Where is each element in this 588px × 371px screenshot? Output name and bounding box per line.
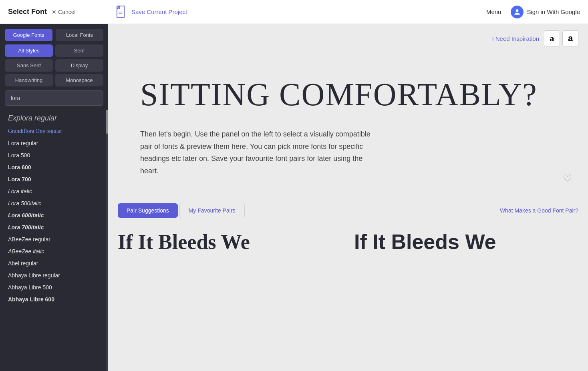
font-pair-preview: If It Bleeds We If It Bleeds We — [118, 230, 578, 254]
hero-section: SITTING COMFORTABLY? Then let's begin. U… — [108, 53, 588, 193]
style-btn-handwriting[interactable]: Handwriting — [5, 74, 53, 86]
hero-body: Then let's begin. Use the panel on the l… — [140, 128, 373, 177]
tab-my-favourite-pairs[interactable]: My Favourite Pairs — [179, 203, 245, 218]
list-item[interactable]: Abhaya Libre regular — [0, 269, 108, 281]
list-item[interactable]: Lora 600 — [0, 161, 108, 173]
inspiration-link[interactable]: I Need Inspiration — [492, 35, 539, 42]
tab-pair-suggestions[interactable]: Pair Suggestions — [118, 203, 178, 218]
list-item[interactable]: Lora regular — [0, 137, 108, 149]
bottom-section: Pair Suggestions My Favourite Pairs What… — [108, 193, 588, 264]
sign-in-button[interactable]: Sign in With Google — [511, 6, 580, 18]
source-tabs: Google Fonts Local Fonts — [0, 24, 108, 44]
cancel-x-icon: ✕ — [52, 9, 56, 15]
what-makes-link[interactable]: What Makes a Good Font Pair? — [500, 207, 578, 214]
pair-column-2: If It Bleeds We — [354, 230, 578, 254]
pair-heading-2: If It Bleeds We — [354, 230, 578, 254]
header-right: Menu Sign in With Google — [486, 6, 580, 18]
list-item[interactable]: ABeeZee italic — [0, 245, 108, 257]
list-item[interactable]: Lora 700 — [0, 173, 108, 185]
style-btn-sans-serif[interactable]: Sans Serif — [5, 59, 53, 72]
font-list: Explora regular Grandiflora One regular … — [0, 110, 108, 307]
list-item[interactable]: Lora 600italic — [0, 209, 108, 221]
user-icon — [513, 8, 521, 16]
save-project-button[interactable]: Save Current Project — [116, 6, 187, 18]
font-list-container: Explora regular Grandiflora One regular … — [0, 110, 108, 371]
list-item[interactable]: Lora 700italic — [0, 221, 108, 233]
search-box — [5, 90, 103, 106]
font-preview-aa: a a — [544, 30, 578, 46]
tab-local-fonts[interactable]: Local Fonts — [56, 29, 103, 41]
sidebar: Google Fonts Local Fonts All Styles Seri… — [0, 24, 108, 371]
heart-icon[interactable]: ♡ — [563, 172, 572, 185]
list-item[interactable]: Abel regular — [0, 257, 108, 269]
pair-column-1: If It Bleeds We — [118, 230, 342, 254]
style-btn-monospace[interactable]: Monospace — [55, 74, 103, 86]
list-item[interactable]: Grandiflora One regular — [0, 125, 108, 137]
pair-heading-1: If It Bleeds We — [118, 230, 342, 254]
avatar — [511, 6, 524, 18]
header-left: Select Font ✕ Cancel — [8, 8, 116, 16]
bottom-tabs: Pair Suggestions My Favourite Pairs What… — [118, 203, 578, 218]
list-item[interactable]: Abhaya Libre 500 — [0, 281, 108, 293]
app-title: Select Font — [8, 8, 47, 16]
list-item[interactable]: ABeeZee regular — [0, 233, 108, 245]
search-input[interactable] — [5, 90, 103, 106]
aa-sans-box[interactable]: a — [562, 30, 578, 46]
list-item[interactable]: Lora 500 — [0, 149, 108, 161]
list-item[interactable]: Lora italic — [0, 185, 108, 197]
list-item[interactable]: Explora regular — [0, 111, 108, 125]
app-header: Select Font ✕ Cancel Save Current Projec… — [0, 0, 588, 24]
main-layout: Google Fonts Local Fonts All Styles Seri… — [0, 24, 588, 371]
content-area: I Need Inspiration a a SITTING COMFORTAB… — [108, 24, 588, 371]
file-icon — [116, 6, 127, 18]
tab-google-fonts[interactable]: Google Fonts — [5, 29, 52, 41]
hero-title: SITTING COMFORTABLY? — [140, 77, 556, 112]
cancel-button[interactable]: ✕ Cancel — [52, 9, 76, 15]
style-btn-all[interactable]: All Styles — [5, 44, 53, 57]
style-btn-display[interactable]: Display — [55, 59, 103, 72]
content-top-bar: I Need Inspiration a a — [108, 24, 588, 53]
style-btn-serif[interactable]: Serif — [55, 44, 103, 57]
list-item[interactable]: Abhaya Libre 600 — [0, 293, 108, 305]
svg-point-1 — [516, 9, 519, 12]
aa-serif-box[interactable]: a — [544, 30, 560, 46]
menu-link[interactable]: Menu — [486, 8, 501, 15]
style-filter-buttons: All Styles Serif Sans Serif Display Hand… — [0, 44, 108, 90]
list-item[interactable]: Lora 500italic — [0, 197, 108, 209]
